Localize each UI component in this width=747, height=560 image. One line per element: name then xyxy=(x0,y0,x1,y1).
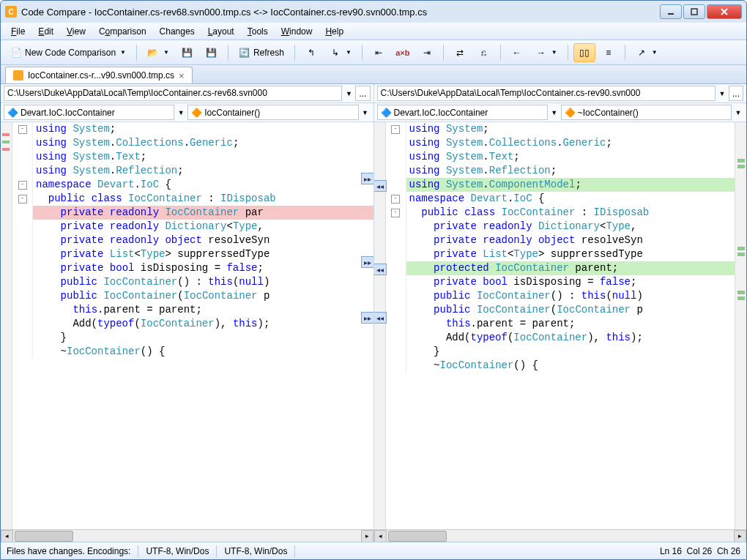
code-line[interactable]: private readonly object resolveSyn xyxy=(386,234,747,247)
right-overview-ruler[interactable] xyxy=(735,122,746,529)
path-dropdown-icon[interactable]: ▼ xyxy=(343,90,354,97)
right-h-scrollbar[interactable]: ◂ ▸ xyxy=(374,529,747,542)
prev-diff-button[interactable]: ↰ xyxy=(300,43,322,62)
inline-view-button[interactable]: ≡ xyxy=(598,43,620,62)
next-diff-button[interactable]: ↳▼ xyxy=(324,43,357,62)
merge-button[interactable]: ⎌ xyxy=(473,43,495,62)
path-dropdown-icon[interactable]: ▼ xyxy=(717,90,727,97)
code-line[interactable]: using System.Text; xyxy=(12,150,374,164)
left-editor[interactable]: -using System;using System.Collections.G… xyxy=(12,122,374,529)
menu-edit[interactable]: Edit xyxy=(32,24,59,39)
right-editor[interactable]: -using System;using System.Collections.G… xyxy=(386,122,747,529)
save-button[interactable]: 💾 xyxy=(176,43,198,62)
scroll-left-icon[interactable]: ◂ xyxy=(374,530,387,542)
code-line[interactable]: using System.Reflection; xyxy=(12,164,374,178)
code-line[interactable]: private readonly Dictionary<Type, xyxy=(386,220,747,234)
copy-left-button[interactable]: ⇤ xyxy=(368,43,390,62)
code-line[interactable]: private readonly Dictionary<Type, xyxy=(12,220,374,234)
new-compare-button[interactable]: 📄 New Code Comparison ▼ xyxy=(5,43,131,62)
scroll-right-icon[interactable]: ▸ xyxy=(734,530,746,542)
left-path-input[interactable]: C:\Users\Duke\AppData\Local\Temp\IocCont… xyxy=(4,86,342,101)
left-browse-button[interactable]: ... xyxy=(355,86,370,101)
code-line[interactable]: -using System; xyxy=(386,122,747,136)
code-line[interactable]: } xyxy=(12,331,374,345)
code-line[interactable]: -namespace Devart.IoC { xyxy=(12,178,374,192)
code-line[interactable]: using System.Collections.Generic; xyxy=(12,136,374,150)
code-line[interactable]: protected IocContainer parent; xyxy=(386,261,747,275)
back-button[interactable]: ← xyxy=(506,43,528,62)
code-line[interactable]: using System.Collections.Generic; xyxy=(386,136,747,150)
scroll-left-icon[interactable]: ◂ xyxy=(1,530,13,542)
code-line[interactable]: public IocContainer(IocContainer p xyxy=(12,289,374,303)
copy-right-button[interactable]: ⇥ xyxy=(416,43,438,62)
code-line[interactable]: ~IocContainer() { xyxy=(12,345,374,359)
right-browse-button[interactable]: ... xyxy=(729,86,743,101)
code-line[interactable]: using System.Text; xyxy=(386,150,747,164)
menu-layout[interactable]: Layout xyxy=(202,24,240,39)
refresh-button[interactable]: 🔄 Refresh xyxy=(234,43,289,62)
code-line[interactable]: private readonly object resolveSyn xyxy=(12,234,374,247)
code-line[interactable]: - public class IocContainer : IDisposab xyxy=(12,192,374,206)
class-icon: 🔷 xyxy=(7,108,18,118)
diff-merge-right-icon[interactable]: ▸▸ xyxy=(361,312,374,324)
code-line[interactable]: ~IocContainer() { xyxy=(386,359,747,373)
menu-view[interactable]: View xyxy=(61,24,92,39)
code-line[interactable]: private bool isDisposing = false; xyxy=(12,261,374,275)
left-h-scrollbar[interactable]: ◂ ▸ xyxy=(1,529,374,542)
right-method-combo[interactable]: 🔶 ~IocContainer() xyxy=(561,105,732,120)
swap-button[interactable]: ⇄ xyxy=(449,43,471,62)
dropdown-icon[interactable]: ▼ xyxy=(733,109,743,116)
code-line[interactable]: } xyxy=(386,345,747,359)
code-line[interactable]: - public class IocContainer : IDisposab xyxy=(386,206,747,220)
menu-help[interactable]: Help xyxy=(319,24,349,39)
dropdown-icon[interactable]: ▼ xyxy=(549,109,560,116)
code-line[interactable]: this.parent = parent; xyxy=(12,303,374,317)
dropdown-icon[interactable]: ▼ xyxy=(176,109,186,116)
scroll-right-icon[interactable]: ▸ xyxy=(361,530,374,542)
maximize-button[interactable] xyxy=(683,4,705,19)
open-button[interactable]: 📂▼ xyxy=(142,43,174,62)
minimize-button[interactable] xyxy=(660,4,682,19)
diff-merge-right-icon[interactable]: ▸▸ xyxy=(361,256,374,268)
menu-changes[interactable]: Changes xyxy=(154,24,201,39)
document-tab[interactable]: IocContainer.cs-r...v90.svn000.tmp.cs × xyxy=(5,67,193,83)
code-line[interactable]: -using System; xyxy=(12,122,374,136)
code-line[interactable]: private readonly IocContainer par xyxy=(12,206,374,220)
code-line[interactable]: public IocContainer() : this(null) xyxy=(386,289,747,303)
diff-merge-left-icon[interactable]: ◂◂ xyxy=(374,312,387,324)
save-all-button[interactable]: 💾 xyxy=(201,43,223,62)
code-line[interactable]: Add(typeof(IocContainer), this); xyxy=(386,331,747,345)
titlebar[interactable]: C Code Compare - IocContainer.cs-rev68.s… xyxy=(1,1,746,23)
forward-button[interactable]: →▼ xyxy=(530,43,562,62)
left-class-combo[interactable]: 🔷 Devart.IoC.IocContainer xyxy=(4,105,174,120)
code-line[interactable]: Add(typeof(IocContainer), this); xyxy=(12,317,374,331)
code-line[interactable]: private List<Type> supprerssedType xyxy=(12,247,374,261)
dropdown-icon[interactable]: ▼ xyxy=(360,109,371,116)
menu-tools[interactable]: Tools xyxy=(242,24,274,39)
code-line[interactable]: this.parent = parent; xyxy=(386,317,747,331)
right-path-input[interactable]: C:\Users\Duke\AppData\Local\Temp\IocCont… xyxy=(377,86,716,101)
menu-window[interactable]: Window xyxy=(275,24,319,39)
word-diff-button[interactable]: a×b xyxy=(392,43,414,62)
menu-comparison[interactable]: Comparison xyxy=(93,24,152,39)
code-line[interactable]: private List<Type> supprerssedType xyxy=(386,247,747,261)
left-method-combo[interactable]: 🔶 IocContainer() xyxy=(187,105,358,120)
code-line[interactable]: public IocContainer(IocContainer p xyxy=(386,303,747,317)
refresh-label: Refresh xyxy=(253,48,284,58)
close-button[interactable] xyxy=(707,4,742,19)
diff-merge-left-icon[interactable]: ◂◂ xyxy=(374,180,387,192)
status-encoding-left: UTF-8, Win/Dos xyxy=(146,546,209,556)
right-class-combo[interactable]: 🔷 Devart.IoC.IocContainer xyxy=(377,105,548,120)
code-line[interactable]: using System.Reflection; xyxy=(386,164,747,178)
left-pane: C:\Users\Duke\AppData\Local\Temp\IocCont… xyxy=(1,84,374,542)
diff-merge-right-icon[interactable]: ▸▸ xyxy=(361,173,374,184)
code-line[interactable]: -namespace Devart.IoC { xyxy=(386,192,747,206)
tab-close-button[interactable]: × xyxy=(179,70,185,81)
code-line[interactable]: using System.ComponentModel; xyxy=(386,178,747,192)
side-by-side-button[interactable]: ▯▯ xyxy=(573,43,595,62)
diff-merge-left-icon[interactable]: ◂◂ xyxy=(374,264,387,275)
open-external-button[interactable]: ↗▼ xyxy=(631,43,663,62)
code-line[interactable]: public IocContainer() : this(null) xyxy=(12,275,374,289)
menu-file[interactable]: File xyxy=(5,24,31,39)
code-line[interactable]: private bool isDisposing = false; xyxy=(386,275,747,289)
